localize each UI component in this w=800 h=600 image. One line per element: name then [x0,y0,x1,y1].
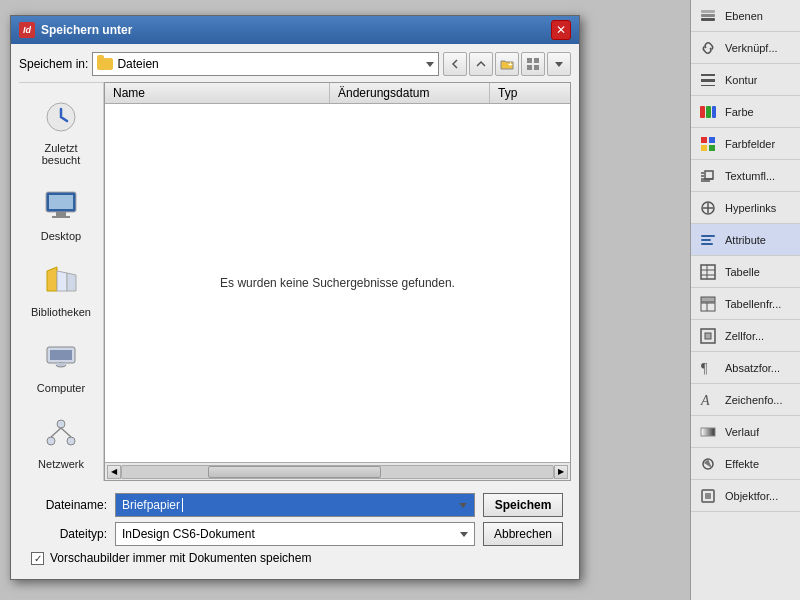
svg-rect-4 [701,79,715,82]
panel-item-farbe[interactable]: Farbe [691,96,800,128]
column-type[interactable]: Typ [490,83,570,103]
panel-item-tabelle[interactable]: Tabelle [691,256,800,288]
panel-item-ebenen[interactable]: Ebenen [691,0,800,32]
filetype-value: InDesign CS6-Dokument [122,527,255,541]
panel-label-zellfor: Zellfor... [725,330,764,342]
panel-item-kontur[interactable]: Kontur [691,64,800,96]
panel-item-verlauf[interactable]: Verlauf [691,416,800,448]
column-date[interactable]: Änderungsdatum [330,83,490,103]
filename-dropdown-btn[interactable] [454,496,472,514]
svg-rect-7 [706,106,711,118]
panel-item-objektfor[interactable]: Objektfor... [691,480,800,512]
panel-item-zeichenfo[interactable]: A Zeichenfo... [691,384,800,416]
panel-label-farbe: Farbe [725,106,754,118]
file-list-empty-message: Es wurden keine Suchergebnisse gefunden. [105,104,570,462]
svg-rect-41 [534,65,539,70]
sidebar-item-recent[interactable]: Zuletzt besucht [19,87,103,175]
location-dropdown-arrow [426,62,434,67]
location-value: Dateien [117,57,158,71]
svg-rect-13 [705,171,713,179]
nav-up-button[interactable] [469,52,493,76]
svg-rect-8 [712,106,716,118]
scrollbar-thumb[interactable] [208,466,380,478]
svg-rect-21 [701,243,713,245]
panel-item-tabellenf[interactable]: Tabellenfr... [691,288,800,320]
sidebar-item-libraries[interactable]: Bibliotheken [19,251,103,327]
sidebar-label-network: Netzwerk [38,458,84,470]
filetype-dropdown[interactable]: InDesign CS6-Dokument [115,522,475,546]
filetype-row: Dateityp: InDesign CS6-Dokument Abbreche… [27,522,563,546]
panel-label-effekte: Effekte [725,458,759,470]
filetype-label: Dateityp: [27,527,107,541]
panel-label-kontur: Kontur [725,74,757,86]
svg-rect-3 [701,74,715,76]
scrollbar-track[interactable] [121,465,554,479]
column-name[interactable]: Name [105,83,330,103]
panel-item-farbfelder[interactable]: Farbfelder [691,128,800,160]
sidebar-item-network[interactable]: Netzwerk [19,403,103,479]
new-folder-button[interactable]: + [495,52,519,76]
stroke-icon [697,69,719,91]
filename-dropdown-arrow [459,503,467,508]
table-icon [697,261,719,283]
view-dropdown-arrow [555,62,563,67]
location-dropdown[interactable]: Dateien [92,52,439,76]
view-dropdown-button[interactable] [547,52,571,76]
panel-item-effekte[interactable]: Effekte [691,448,800,480]
sidebar-label-recent: Zuletzt besucht [24,142,98,166]
sidebar-label-libraries: Bibliotheken [31,306,91,318]
panel-item-verknuepf[interactable]: Verknüpf... [691,32,800,64]
dialog-toolbar: + [443,52,571,76]
location-label: Speichem in: [19,57,88,71]
left-sidebar: Zuletzt besucht Desktop Bibliotheken [19,82,104,481]
sidebar-item-desktop[interactable]: Desktop [19,175,103,251]
parastyle-icon: ¶ [697,357,719,379]
svg-rect-6 [700,106,705,118]
sidebar-label-desktop: Desktop [41,230,81,242]
recent-icon [40,96,82,138]
panel-label-verknuepf: Verknüpf... [725,42,778,54]
svg-rect-19 [701,235,715,237]
indesign-app-icon: Id [19,22,35,38]
nav-back-button[interactable] [443,52,467,76]
panel-label-absatzfor: Absatzfor... [725,362,780,374]
svg-rect-10 [709,137,715,143]
scroll-left-button[interactable]: ◀ [107,465,121,479]
svg-rect-5 [701,85,715,86]
svg-rect-33 [701,428,715,436]
svg-rect-20 [701,239,711,241]
scroll-right-button[interactable]: ▶ [554,465,568,479]
horizontal-scrollbar[interactable]: ◀ ▶ [105,462,570,480]
sidebar-item-computer[interactable]: Computer [19,327,103,403]
panel-item-textumfl[interactable]: Textumfl... [691,160,800,192]
filename-row: Dateiname: Briefpapier Speichem [27,493,563,517]
view-options-button[interactable] [521,52,545,76]
svg-rect-44 [49,195,73,209]
link-icon [697,37,719,59]
charstyle-icon: A [697,389,719,411]
file-list-container: Name Änderungsdatum Typ Es wurden keine … [104,82,571,481]
dialog-titlebar: Id Speichern unter ✕ [11,16,579,44]
filename-input[interactable]: Briefpapier [115,493,475,517]
panel-item-absatzfor[interactable]: ¶ Absatzfor... [691,352,800,384]
save-button[interactable]: Speichem [483,493,563,517]
svg-rect-1 [701,14,715,17]
svg-rect-0 [701,18,715,21]
cancel-button[interactable]: Abbrechen [483,522,563,546]
preview-checkbox[interactable]: ✓ [31,552,44,565]
color-icon [697,101,719,123]
network-icon [40,412,82,454]
panel-item-zellfor[interactable]: Zellfor... [691,320,800,352]
save-dialog: Id Speichern unter ✕ Speichem in: Dateie… [10,15,580,580]
svg-rect-11 [701,145,707,151]
svg-text:+: + [508,60,513,69]
svg-rect-40 [527,65,532,70]
panel-item-hyperlinks[interactable]: Hyperlinks [691,192,800,224]
panel-item-attribute[interactable]: Attribute [691,224,800,256]
textwrap-icon [697,165,719,187]
dialog-close-button[interactable]: ✕ [551,20,571,40]
checkbox-row: ✓ Vorschaubilder immer mit Dokumenten sp… [27,551,563,565]
svg-rect-27 [701,303,715,311]
svg-rect-50 [56,363,66,365]
panel-label-verlauf: Verlauf [725,426,759,438]
